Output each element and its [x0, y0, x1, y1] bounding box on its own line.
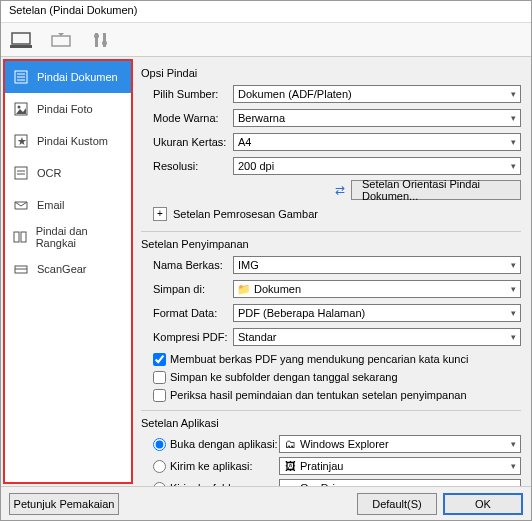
svg-rect-0 [12, 33, 30, 44]
sidebar-item-label: Email [37, 199, 65, 211]
compression-select[interactable]: Standar [233, 328, 521, 346]
titlebar: Setelan (Pindai Dokumen) [1, 1, 531, 23]
window-title: Setelan (Pindai Dokumen) [9, 4, 137, 16]
svg-point-5 [94, 33, 99, 38]
color-label: Mode Warna: [141, 112, 233, 124]
source-label: Pilih Sumber: [141, 88, 233, 100]
sidebar-item-label: Pindai Kustom [37, 135, 108, 147]
scan-options-title: Opsi Pindai [141, 67, 521, 79]
main-panel: Opsi Pindai Pilih Sumber:Dokumen (ADF/Pl… [135, 57, 531, 486]
svg-rect-15 [15, 167, 27, 179]
scan-from-computer-icon[interactable] [9, 28, 33, 52]
general-settings-icon[interactable] [89, 28, 113, 52]
send-folder-select[interactable]: ☁OneDrive [279, 479, 521, 486]
photo-icon [13, 101, 29, 117]
svg-point-6 [102, 40, 107, 45]
subfolder-checkbox[interactable] [153, 371, 166, 384]
svg-rect-19 [21, 232, 26, 242]
sidebar-item-email[interactable]: Email [5, 189, 131, 221]
sidebar-item-label: ScanGear [37, 263, 87, 275]
save-settings-title: Setelan Penyimpanan [141, 238, 521, 250]
ok-button[interactable]: OK [443, 493, 523, 515]
svg-rect-18 [14, 232, 19, 242]
paper-select[interactable]: A4 [233, 133, 521, 151]
scangear-icon [13, 261, 29, 277]
compression-label: Kompresi PDF: [141, 331, 233, 343]
savein-select[interactable]: 📁Dokumen [233, 280, 521, 298]
svg-text:★: ★ [17, 135, 27, 147]
sidebar-item-label: Pindai Foto [37, 103, 93, 115]
subfolder-label: Simpan ke subfolder dengan tanggal sekar… [170, 371, 398, 383]
swap-icon[interactable]: ⇄ [335, 183, 345, 197]
preview-icon: 🖼 [284, 460, 296, 472]
svg-rect-1 [10, 45, 32, 48]
onedrive-icon: ☁ [284, 482, 296, 486]
sidebar-item-scangear[interactable]: ScanGear [5, 253, 131, 285]
sidebar-item-custom[interactable]: ★ Pindai Kustom [5, 125, 131, 157]
sidebar: Pindai Dokumen Pindai Foto ★ Pindai Kust… [3, 59, 133, 484]
pdf-search-checkbox[interactable] [153, 353, 166, 366]
filename-label: Nama Berkas: [141, 259, 233, 271]
pdf-search-label: Membuat berkas PDF yang mendukung pencar… [170, 353, 468, 365]
resolution-label: Resolusi: [141, 160, 233, 172]
orientation-settings-button[interactable]: Setelan Orientasi Pindai Dokumen... [351, 180, 521, 200]
sidebar-item-label: Pindai Dokumen [37, 71, 118, 83]
email-icon [13, 197, 29, 213]
sidebar-item-photo[interactable]: Pindai Foto [5, 93, 131, 125]
check-results-label: Periksa hasil pemindaian dan tentukan se… [170, 389, 467, 401]
document-icon [13, 69, 29, 85]
custom-icon: ★ [13, 133, 29, 149]
svg-rect-2 [52, 36, 70, 46]
footer: Petunjuk Pemakaian Default(S) OK [1, 486, 531, 520]
filename-select[interactable]: IMG [233, 256, 521, 274]
sidebar-item-document[interactable]: Pindai Dokumen [5, 61, 131, 93]
source-select[interactable]: Dokumen (ADF/Platen) [233, 85, 521, 103]
app-settings-title: Setelan Aplikasi [141, 417, 521, 429]
processing-label: Setelan Pemrosesan Gambar [173, 208, 318, 220]
sidebar-item-ocr[interactable]: OCR [5, 157, 131, 189]
format-label: Format Data: [141, 307, 233, 319]
scan-from-panel-icon[interactable] [49, 28, 73, 52]
check-results-checkbox[interactable] [153, 389, 166, 402]
send-app-radio[interactable] [153, 460, 166, 473]
svg-point-12 [18, 106, 21, 109]
ocr-icon [13, 165, 29, 181]
explorer-icon: 🗂 [284, 438, 296, 450]
sidebar-item-stitch[interactable]: Pindai dan Rangkai [5, 221, 131, 253]
sidebar-item-label: Pindai dan Rangkai [36, 225, 123, 249]
color-select[interactable]: Berwarna [233, 109, 521, 127]
paper-label: Ukuran Kertas: [141, 136, 233, 148]
dialog-window: Setelan (Pindai Dokumen) Pindai Dokumen … [0, 0, 532, 521]
savein-label: Simpan di: [141, 283, 233, 295]
open-with-select[interactable]: 🗂Windows Explorer [279, 435, 521, 453]
expand-processing-button[interactable]: + [153, 207, 167, 221]
folder-icon: 📁 [238, 283, 250, 295]
format-select[interactable]: PDF (Beberapa Halaman) [233, 304, 521, 322]
instructions-button[interactable]: Petunjuk Pemakaian [9, 493, 119, 515]
resolution-select[interactable]: 200 dpi [233, 157, 521, 175]
sidebar-item-label: OCR [37, 167, 61, 179]
toolbar [1, 23, 531, 57]
stitch-icon [13, 229, 28, 245]
defaults-button[interactable]: Default(S) [357, 493, 437, 515]
send-app-select[interactable]: 🖼Pratinjau [279, 457, 521, 475]
open-with-radio[interactable] [153, 438, 166, 451]
